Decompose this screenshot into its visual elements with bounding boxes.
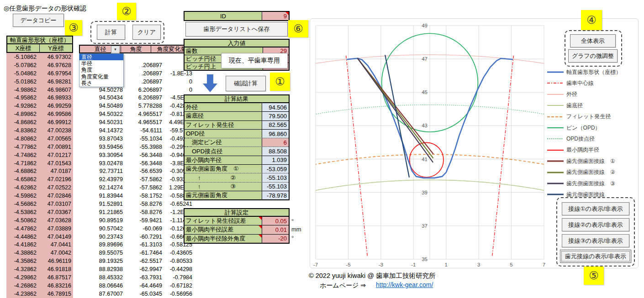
- coord-cell: -4.83862: [6, 126, 38, 135]
- legend-label: ピン（OPD）: [566, 124, 601, 132]
- dim-cell: -58.8276: [125, 200, 164, 208]
- coord-row: -4.7186247.01543: [6, 159, 73, 167]
- x-tick-label: 3: [477, 262, 480, 267]
- id-value-cell[interactable]: 9: [262, 12, 289, 20]
- settings-value-cell[interactable]: 0.05: [262, 217, 289, 225]
- result-label: OPD接点径: [185, 147, 262, 155]
- dim-row: 92.14274-57.58621.29E-12: [79, 183, 194, 192]
- coord-cell: 47.03628: [38, 216, 73, 225]
- coord-cell: 47.00565: [38, 135, 73, 143]
- coord-cell: -4.65862: [6, 175, 38, 183]
- legend-label: OPD接点径: [566, 135, 595, 143]
- dim-row: 89.19325-62.5517-0.80533: [79, 257, 194, 265]
- save-to-list-button[interactable]: 歯形データリストへ保存: [185, 22, 288, 37]
- legend-label: フィレット発生径: [566, 113, 611, 120]
- coord-cell: 46.98281: [38, 78, 73, 86]
- legend-item: 歯先側歯面接線 ③: [547, 180, 615, 187]
- legend-line-sample: [547, 126, 564, 129]
- homepage-label: ホームページ ⇒: [320, 282, 366, 290]
- result-table-title: 計算結果: [184, 94, 290, 103]
- copyright-text: © 2022 yuuji kiwaki @ 歯車加工技術研究所: [309, 272, 436, 280]
- coord-cell: 46.96119: [38, 257, 73, 265]
- result-row: 歯底径79.500: [185, 111, 289, 120]
- result-value-cell: 79.500: [262, 112, 289, 120]
- graph-adjust-button[interactable]: グラフの微調整: [568, 49, 618, 63]
- coord-row: -4.3286246.91818: [6, 265, 73, 273]
- dim-cell: -61.3103: [125, 240, 164, 249]
- coord-cell: 46.78915: [38, 290, 73, 298]
- dim-row: 92.43979-57.5862-0.93226: [79, 175, 194, 183]
- legend-line-sample: [547, 137, 564, 140]
- dim-cell: -55.1034: [125, 135, 164, 143]
- dim-row: 91.52891-58.8276-0.65241: [79, 200, 194, 208]
- coord-cell: 46.91818: [38, 265, 73, 273]
- root-tangent-toggle-button[interactable]: 歯元接線の表示/非表示: [560, 250, 631, 263]
- x-tick-label: -5: [346, 262, 350, 267]
- coord-row: -4.8986246.99586: [6, 110, 73, 118]
- dimension-dropdown-list[interactable]: 直径半径角度角度変化量長さ: [79, 53, 124, 87]
- badge-1: ①: [270, 73, 290, 91]
- settings-value-cell[interactable]: 0.01: [262, 225, 289, 234]
- coord-cell: -4.56862: [6, 200, 38, 208]
- dim-cell: 87.67007: [79, 290, 125, 298]
- id-label: ID: [185, 12, 262, 20]
- clear-button[interactable]: クリア: [132, 25, 161, 40]
- tangent1-toggle-button[interactable]: 接線①の表示/非表示: [562, 202, 629, 215]
- fit-view-button[interactable]: 全体表示: [570, 34, 616, 47]
- coord-cell: -4.35862: [6, 257, 38, 265]
- calc-button[interactable]: 計算: [97, 25, 125, 40]
- coord-cell: -5.10862: [6, 53, 38, 61]
- coord-row: -4.7486247.01217: [6, 151, 73, 159]
- tangent3-toggle-button[interactable]: 接線③の表示/非表示: [562, 234, 629, 247]
- x-tick-label: -1: [411, 262, 416, 267]
- coord-row: -4.3886247.0042: [6, 249, 73, 257]
- coord-cell: -4.38862: [6, 249, 38, 257]
- comment-marker: [259, 225, 262, 229]
- coord-cell: -4.29862: [6, 273, 38, 282]
- result-value-cell[interactable]: 6: [262, 138, 289, 146]
- tangent2-toggle-button[interactable]: 接線②の表示/非表示: [562, 218, 629, 231]
- coord-row: -4.5986247.02846: [6, 192, 73, 200]
- dim-row: 94.503224.965517-0.81277: [79, 110, 194, 118]
- dim-cell: 6.206897: [125, 86, 164, 94]
- x-tick-label: 5: [510, 262, 512, 267]
- y-tick-label: 43: [422, 123, 428, 128]
- coord-col-x: X座標: [7, 44, 40, 52]
- homepage-link[interactable]: http://kwk-gear.com/: [376, 281, 433, 288]
- dim-cell: 90.23743: [79, 233, 125, 241]
- dim-cell: 92.14274: [79, 183, 125, 192]
- coord-row: -4.4486247.04149: [6, 233, 73, 241]
- data-copy-button[interactable]: データコピー: [13, 14, 64, 27]
- coord-cell: -4.23862: [6, 290, 38, 298]
- coord-cell: 47.00891: [38, 143, 73, 151]
- result-table-body: 外径94.506歯底径79.500フィレット発生径82.565OPD径96.86…: [184, 103, 290, 200]
- down-arrow-icon: [202, 74, 218, 93]
- coord-cell: -4.44862: [6, 233, 38, 241]
- coord-row: -4.5686247.03107: [6, 200, 73, 208]
- dim-cell: -57.5862: [125, 175, 164, 183]
- legend-line-sample: [547, 93, 564, 96]
- coord-row: -5.0786246.97628: [6, 61, 73, 69]
- dim-row: 94.504346.206897-4.5E-12: [79, 94, 194, 102]
- dim-cell: -56.3448: [125, 151, 164, 159]
- result-label: OPD径: [185, 130, 262, 138]
- coord-row: -4.9586246.98933: [6, 94, 73, 102]
- y-tick-label: 37: [422, 223, 428, 229]
- result-value-cell: 94.506: [262, 103, 289, 111]
- dropdown-arrow-button[interactable]: ▼: [111, 46, 120, 53]
- result-row: フィレット発生径82.565: [185, 120, 289, 129]
- dropdown-item[interactable]: 長さ: [79, 80, 123, 87]
- badge-6: ⑥: [288, 20, 308, 37]
- confirm-calc-button[interactable]: 確認計算: [226, 76, 266, 91]
- coord-row: -4.5086247.03628: [6, 216, 73, 225]
- settings-table-body: フィレット発生径誤差0.05最小隅肉半径誤差0.01最小隅肉半径除外角度-20: [184, 217, 290, 244]
- coord-cell: 47.00238: [38, 126, 73, 135]
- dim-cell: 93.30954: [79, 151, 125, 159]
- legend-label: 歯車中心線: [566, 79, 594, 87]
- settings-value-cell[interactable]: -20: [262, 235, 289, 243]
- dim-table-body: .206897.206897-1.8E-13.206897094.502786.…: [79, 53, 194, 298]
- dim-cell: 90.57042: [79, 225, 125, 233]
- legend-label: 最小隅肉半径: [566, 146, 599, 154]
- result-label: ↑ ②: [185, 173, 262, 182]
- coord-cell: -4.47862: [6, 225, 38, 233]
